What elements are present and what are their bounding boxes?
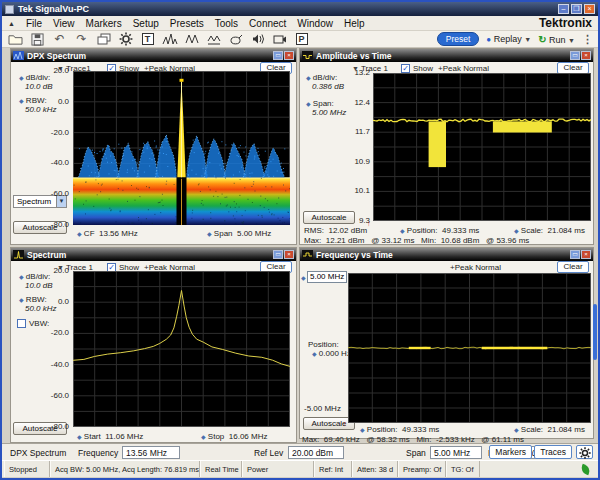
menu-view[interactable]: View bbox=[53, 18, 75, 29]
menu-bar: ▲ File View Markers Setup Presets Tools … bbox=[2, 16, 598, 31]
scale-readout[interactable]: ◆ Scale: 21.084 ms bbox=[514, 425, 585, 434]
dpx-spectrum-icon[interactable] bbox=[161, 32, 178, 47]
menu-tools[interactable]: Tools bbox=[215, 18, 238, 29]
frequency-input[interactable]: 13.56 MHz bbox=[122, 446, 180, 459]
freq-panel-header[interactable]: Frequency vs Time ▭ × bbox=[300, 248, 593, 261]
span-input[interactable]: 5.00 MHz bbox=[430, 446, 482, 459]
tektronix-logo: Tektronix bbox=[539, 16, 592, 30]
amplitude-plot[interactable] bbox=[373, 73, 591, 221]
touch-icon[interactable] bbox=[227, 32, 244, 47]
window-minimize-icon[interactable]: ‒ bbox=[558, 4, 569, 14]
status-atten: Atten: 38 d bbox=[352, 461, 398, 477]
windows-icon[interactable] bbox=[95, 32, 112, 47]
menu-connect[interactable]: Connect bbox=[249, 18, 286, 29]
dpx-panel-header[interactable]: DPX Spectrum ▭ × bbox=[11, 49, 296, 62]
menu-setup[interactable]: Setup bbox=[133, 18, 159, 29]
adjust-icon[interactable]: ◆ bbox=[301, 274, 306, 281]
window-close-icon[interactable]: × bbox=[584, 4, 595, 14]
panel-frequency-vs-time: Frequency vs Time ▭ × +Peak Normal Clear… bbox=[299, 247, 594, 439]
markers-button[interactable]: Markers bbox=[489, 445, 532, 459]
save-icon[interactable] bbox=[29, 32, 46, 47]
rms-readout: RMS: 12.02 dBm bbox=[304, 226, 367, 235]
trigger-indicator-icon: ↑ bbox=[343, 420, 347, 427]
dpx-plot[interactable] bbox=[73, 71, 290, 225]
panel-minimize-icon[interactable]: ▭ bbox=[273, 51, 283, 60]
detector-label: +Peak Normal bbox=[450, 263, 501, 272]
settings-gear-icon[interactable] bbox=[576, 445, 593, 459]
scale-top-input[interactable]: 5.00 MHz bbox=[307, 271, 347, 283]
title-bar[interactable]: Tek SignalVu-PC ‒ ❐ × bbox=[2, 2, 598, 16]
settings-icon[interactable] bbox=[117, 32, 134, 47]
panel-title: DPX Spectrum bbox=[27, 51, 86, 61]
spectrum-y-axis: 20.00.0-20.0-40.0-60.0-80.0 bbox=[37, 267, 69, 431]
show-checkbox[interactable]: ✓ bbox=[401, 64, 410, 73]
menu-markers[interactable]: Markers bbox=[86, 18, 122, 29]
panel-close-icon[interactable]: × bbox=[581, 250, 591, 259]
panel-minimize-icon[interactable]: ▭ bbox=[273, 250, 283, 259]
traces-button[interactable]: Traces bbox=[534, 445, 572, 459]
adjust-icon[interactable]: ◆ bbox=[306, 75, 311, 81]
adjust-icon[interactable]: ◆ bbox=[19, 274, 24, 280]
status-run-state: Stopped bbox=[4, 461, 50, 477]
menu-window[interactable]: Window bbox=[297, 18, 333, 29]
undo-icon[interactable]: ↶ bbox=[51, 32, 68, 47]
position-side-value[interactable]: ◆ 0.000 Hz bbox=[312, 349, 351, 358]
adjust-icon[interactable]: ◆ bbox=[19, 75, 24, 81]
amp-panel-icon bbox=[302, 51, 313, 60]
position-readout[interactable]: ◆ Position: 49.333 ms bbox=[400, 226, 479, 235]
scrollbar-thumb[interactable] bbox=[593, 304, 597, 360]
position-readout[interactable]: ◆ Position: 49.333 ms bbox=[360, 425, 439, 434]
panel-title: Amplitude vs Time bbox=[316, 51, 391, 61]
stop-readout[interactable]: ◆ Stop 16.06 MHz bbox=[201, 432, 267, 441]
replay-button[interactable]: ● Replay ▼ bbox=[486, 34, 531, 44]
menu-file[interactable]: File bbox=[26, 18, 42, 29]
span-readout[interactable]: ◆ Span 5.00 MHz bbox=[207, 229, 271, 238]
span-label: ◆ Span: bbox=[306, 99, 334, 108]
chevron-down-icon: ▼ bbox=[568, 37, 575, 44]
run-button[interactable]: ↻ Run ▼ bbox=[538, 34, 575, 45]
scale-bottom-label: -5.00 MHz bbox=[304, 404, 341, 413]
vbw-checkbox[interactable]: ✓ bbox=[17, 319, 26, 328]
adjust-icon[interactable]: ◆ bbox=[19, 98, 24, 104]
spectrum-analysis-icon[interactable] bbox=[205, 32, 222, 47]
presets-icon[interactable]: P bbox=[293, 32, 310, 47]
menu-presets[interactable]: Presets bbox=[170, 18, 204, 29]
freq-panel-icon bbox=[302, 250, 313, 259]
panel-minimize-icon[interactable]: ▭ bbox=[570, 250, 580, 259]
trigger-indicator-icon: ↑ bbox=[367, 220, 371, 227]
panel-close-icon[interactable]: × bbox=[581, 51, 591, 60]
ref-lev-input[interactable]: 20.00 dBm bbox=[288, 446, 344, 459]
more-options-icon[interactable]: ⋮ bbox=[582, 33, 593, 46]
panel-minimize-icon[interactable]: ▭ bbox=[570, 51, 580, 60]
time-domain-icon[interactable] bbox=[183, 32, 200, 47]
adjust-icon[interactable]: ◆ bbox=[19, 297, 24, 303]
menu-help[interactable]: Help bbox=[344, 18, 365, 29]
panel-close-icon[interactable]: × bbox=[284, 250, 294, 259]
spectrum-panel-header[interactable]: Spectrum ▭ × bbox=[11, 248, 296, 261]
camera-icon[interactable] bbox=[271, 32, 288, 47]
audio-icon[interactable] bbox=[249, 32, 266, 47]
chevron-down-icon: ▼ bbox=[524, 36, 531, 43]
connection-status-icon bbox=[580, 463, 592, 475]
eject-icon[interactable]: ▲ bbox=[8, 20, 15, 27]
start-readout[interactable]: ◆ Start 11.06 MHz bbox=[77, 432, 143, 441]
clear-button[interactable]: Clear bbox=[557, 261, 589, 273]
frequency-plot[interactable] bbox=[348, 273, 591, 423]
redo-icon[interactable]: ↷ bbox=[73, 32, 90, 47]
window-restore-icon[interactable]: ❐ bbox=[571, 4, 582, 14]
toolbar: ↶ ↷ T P Preset ● Replay ▼ ↻ Run ▼ ⋮ bbox=[2, 31, 598, 48]
cf-readout[interactable]: ◆ CF 13.56 MHz bbox=[77, 229, 138, 238]
panel-amplitude-vs-time: Amplitude vs Time ▭ × ▼ Trace 1 ✓ Show +… bbox=[299, 48, 594, 245]
scale-readout[interactable]: ◆ Scale: 21.084 ms bbox=[514, 226, 585, 235]
panel-title: Spectrum bbox=[27, 250, 66, 260]
app-window: Tek SignalVu-PC ‒ ❐ × ▲ File View Marker… bbox=[0, 0, 600, 480]
spectrum-panel-icon bbox=[13, 250, 24, 259]
amp-panel-header[interactable]: Amplitude vs Time ▭ × bbox=[300, 49, 593, 62]
panel-close-icon[interactable]: × bbox=[284, 51, 294, 60]
adjust-icon[interactable]: ◆ bbox=[306, 101, 311, 107]
spectrum-plot[interactable] bbox=[73, 271, 290, 427]
open-icon[interactable] bbox=[7, 32, 24, 47]
trigger-icon[interactable]: T bbox=[139, 32, 156, 47]
preset-button[interactable]: Preset bbox=[437, 32, 480, 46]
panel-dpx-spectrum: DPX Spectrum ▭ × ▼ Trace1 ✓ Show +Peak N… bbox=[10, 48, 297, 245]
